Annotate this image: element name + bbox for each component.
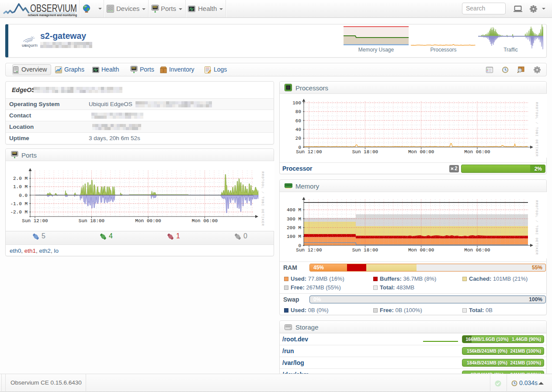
svg-text:OBSERVIUM: OBSERVIUM: [30, 2, 77, 14]
svg-text:Mon 06:00: Mon 06:00: [464, 248, 490, 253]
svg-text:RRDTOOL / TOBI OETIKER: RRDTOOL / TOBI OETIKER: [535, 102, 538, 157]
svg-text:60: 60: [295, 118, 301, 124]
svg-text:RRDTOOL / TOBI OETIKER: RRDTOOL / TOBI OETIKER: [535, 200, 538, 255]
svg-text:Sun 18:00: Sun 18:00: [79, 218, 104, 224]
svg-text:Mon 06:00: Mon 06:00: [464, 149, 490, 155]
svg-text:80: 80: [295, 109, 301, 114]
svg-text:400 M: 400 M: [287, 207, 301, 213]
svg-text:100: 100: [292, 100, 301, 106]
svg-text:1.0 M: 1.0 M: [13, 184, 28, 189]
svg-text:40: 40: [295, 127, 301, 132]
svg-text:Sun 12:00: Sun 12:00: [296, 149, 322, 155]
svg-text:Sun 12:00: Sun 12:00: [296, 248, 322, 253]
svg-text:-2.0 M: -2.0 M: [10, 210, 28, 215]
svg-text:Sun 12:00: Sun 12:00: [22, 218, 48, 224]
svg-text:UBIQUITI: UBIQUITI: [22, 44, 38, 48]
svg-text:Mon 00:00: Mon 00:00: [135, 218, 161, 224]
svg-text:Mon 06:00: Mon 06:00: [192, 218, 218, 224]
svg-text:network management and monitor: network management and monitoring: [28, 14, 77, 17]
svg-text:-1.0 M: -1.0 M: [10, 201, 28, 206]
svg-text:Sun 18:00: Sun 18:00: [352, 248, 378, 253]
svg-text:20: 20: [295, 136, 301, 141]
svg-text:Sun 18:00: Sun 18:00: [352, 149, 378, 155]
svg-text:2.0 M: 2.0 M: [13, 176, 28, 181]
svg-text:100 M: 100 M: [287, 234, 301, 239]
svg-text:Mon 00:00: Mon 00:00: [408, 149, 434, 155]
svg-text:300 M: 300 M: [287, 217, 301, 222]
svg-text:200 M: 200 M: [287, 225, 301, 230]
svg-text:RRDTOOL / TOBI OETIKER: RRDTOOL / TOBI OETIKER: [261, 172, 264, 226]
svg-text:0.0: 0.0: [19, 193, 28, 198]
svg-text:Mon 00:00: Mon 00:00: [408, 248, 434, 253]
